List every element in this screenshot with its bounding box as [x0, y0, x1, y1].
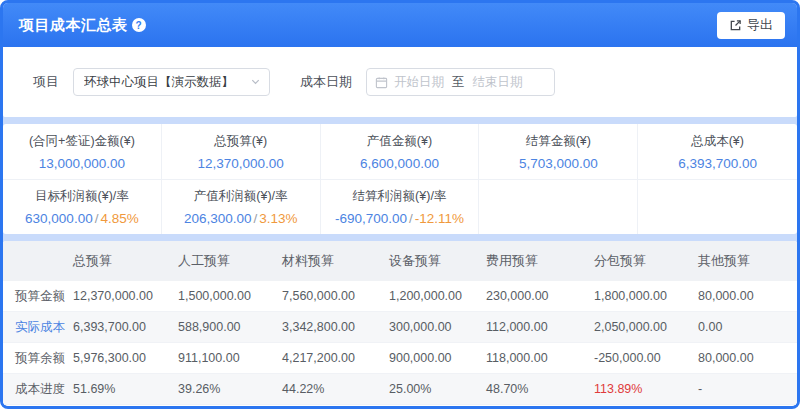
column-header-labor-budget: 人工预算 [178, 252, 282, 270]
date-filter-label: 成本日期 [300, 73, 352, 91]
summary-label: 目标利润额(¥)/率 [35, 188, 129, 205]
summary-card-empty [479, 180, 638, 234]
summary-card-target-profit: 目标利润额(¥)/率 630,000.00/4.85% [3, 180, 162, 234]
summary-label: 总成本(¥) [691, 133, 744, 150]
table-row-budget-amount: 预算金额 12,370,000.00 1,500,000.00 7,560,00… [3, 281, 797, 312]
summary-row-amounts: (合同+签证)金额(¥) 13,000,000.00 总预算(¥) 12,370… [3, 124, 797, 179]
project-select[interactable]: 环球中心项目【演示数据】 [73, 68, 270, 96]
summary-card-output-profit: 产值利润额(¥)/率 206,300.00/3.13% [162, 180, 321, 234]
summary-label: 结算金额(¥) [526, 133, 591, 150]
summary-row-profits: 目标利润额(¥)/率 630,000.00/4.85% 产值利润额(¥)/率 2… [3, 179, 797, 234]
summary-label: 产值金额(¥) [367, 133, 432, 150]
table-row-actual-cost: 实际成本 6,393,700.00 588,900.00 3,342,800.0… [3, 312, 797, 343]
date-range-separator: 至 [450, 74, 467, 91]
summary-value: 13,000,000.00 [39, 156, 125, 171]
table-cell: 12,370,000.00 [73, 289, 178, 303]
table-cell: 911,100.00 [178, 351, 282, 365]
summary-card-total-budget: 总预算(¥) 12,370,000.00 [162, 124, 321, 179]
table-cell: 0.00 [698, 320, 797, 334]
chevron-down-icon [250, 73, 261, 91]
export-icon [729, 19, 742, 32]
summary-label: 总预算(¥) [214, 133, 267, 150]
table-cell: 48.70% [486, 382, 594, 396]
column-header-subcontract-budget: 分包预算 [594, 252, 698, 270]
project-filter-label: 项目 [33, 73, 59, 91]
table-cell: 1,500,000.00 [178, 289, 282, 303]
date-end-input[interactable] [467, 75, 529, 89]
summary-card-settlement-profit: 结算利润额(¥)/率 -690,700.00/-12.11% [321, 180, 480, 234]
row-label: 预算金额 [15, 288, 73, 305]
export-button[interactable]: 导出 [717, 12, 785, 39]
table-row-budget-balance: 预算余额 5,976,300.00 911,100.00 4,217,200.0… [3, 343, 797, 374]
summary-value: 5,703,000.00 [519, 156, 598, 171]
summary-card-total-cost: 总成本(¥) 6,393,700.00 [638, 124, 797, 179]
table-cell: 118,000.00 [486, 351, 594, 365]
table-cell: 230,000.00 [486, 289, 594, 303]
table-cell: 3,342,800.00 [282, 320, 389, 334]
table-cell-over-budget: 113.89% [594, 382, 698, 396]
calendar-icon [375, 76, 388, 89]
table-cell: -250,000.00 [594, 351, 698, 365]
summary-label: 产值利润额(¥)/率 [194, 188, 288, 205]
title-bar: 项目成本汇总表 ? 导出 [3, 3, 797, 47]
table-cell: 4,217,200.00 [282, 351, 389, 365]
filter-bar: 项目 环球中心项目【演示数据】 成本日期 至 [3, 47, 797, 117]
summary-label: 结算利润额(¥)/率 [353, 188, 447, 205]
project-select-value: 环球中心项目【演示数据】 [84, 74, 250, 91]
table-cell: - [698, 382, 797, 396]
date-range-picker[interactable]: 至 [366, 68, 555, 96]
row-label-actual-cost-link[interactable]: 实际成本 [15, 319, 73, 336]
table-cell: 5,976,300.00 [73, 351, 178, 365]
summary-panel: (合同+签证)金额(¥) 13,000,000.00 总预算(¥) 12,370… [3, 124, 797, 234]
table-cell: 6,393,700.00 [73, 320, 178, 334]
table-header-row: 总预算 人工预算 材料预算 设备预算 费用预算 分包预算 其他预算 [3, 241, 797, 281]
page-title: 项目成本汇总表 [19, 16, 128, 35]
row-label: 成本进度 [15, 381, 73, 398]
table-cell: 51.69% [73, 382, 178, 396]
column-header-expense-budget: 费用预算 [486, 252, 594, 270]
summary-card-settlement-amount: 结算金额(¥) 5,703,000.00 [479, 124, 638, 179]
row-label: 预算余额 [15, 350, 73, 367]
table-cell: 25.00% [389, 382, 486, 396]
export-button-label: 导出 [747, 16, 773, 34]
column-header-equipment-budget: 设备预算 [389, 252, 486, 270]
summary-value-pair: 206,300.00/3.13% [184, 211, 298, 226]
table-cell: 1,800,000.00 [594, 289, 698, 303]
table-cell: 900,000.00 [389, 351, 486, 365]
summary-label: (合同+签证)金额(¥) [29, 133, 135, 150]
summary-card-empty [638, 180, 797, 234]
summary-card-contract-amount: (合同+签证)金额(¥) 13,000,000.00 [3, 124, 162, 179]
table-cell: 1,200,000.00 [389, 289, 486, 303]
table-cell: 44.22% [282, 382, 389, 396]
column-header-total-budget: 总预算 [73, 252, 178, 270]
help-icon[interactable]: ? [132, 18, 146, 32]
table-cell: 39.26% [178, 382, 282, 396]
table-cell: 300,000.00 [389, 320, 486, 334]
table-cell: 7,560,000.00 [282, 289, 389, 303]
budget-table: 总预算 人工预算 材料预算 设备预算 费用预算 分包预算 其他预算 预算金额 1… [3, 241, 797, 406]
table-cell: 80,000.00 [698, 289, 797, 303]
table-cell: 588,900.00 [178, 320, 282, 334]
column-header-material-budget: 材料预算 [282, 252, 389, 270]
column-header-other-budget: 其他预算 [698, 252, 797, 270]
summary-value-pair: -690,700.00/-12.11% [335, 211, 464, 226]
summary-card-output-amount: 产值金额(¥) 6,600,000.00 [321, 124, 480, 179]
summary-value-pair: 630,000.00/4.85% [25, 211, 139, 226]
table-cell: 2,050,000.00 [594, 320, 698, 334]
date-start-input[interactable] [388, 75, 450, 89]
table-cell: 80,000.00 [698, 351, 797, 365]
report-window: 项目成本汇总表 ? 导出 项目 环球中心项目【演示数据】 成本日期 [0, 0, 800, 409]
table-cell: 112,000.00 [486, 320, 594, 334]
summary-value: 6,393,700.00 [678, 156, 757, 171]
summary-value: 6,600,000.00 [360, 156, 439, 171]
summary-value: 12,370,000.00 [198, 156, 284, 171]
table-row-cost-progress: 成本进度 51.69% 39.26% 44.22% 25.00% 48.70% … [3, 374, 797, 405]
